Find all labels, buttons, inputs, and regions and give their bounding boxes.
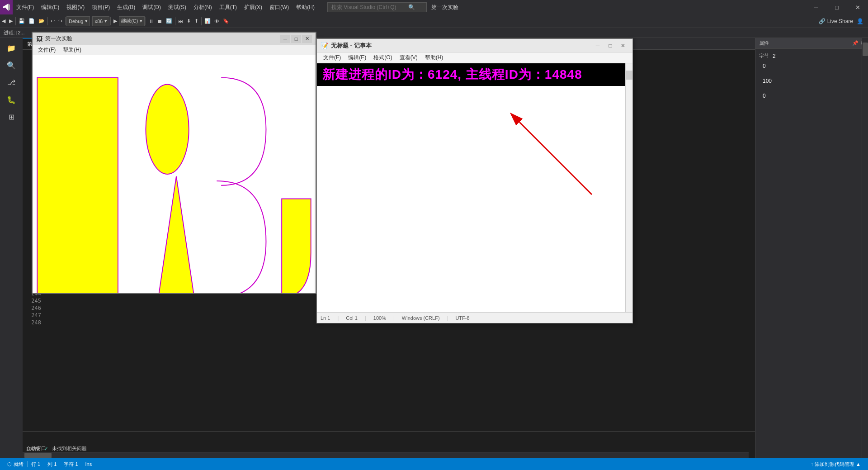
notepad-scrollbar-v[interactable]: [625, 63, 632, 312]
drawing-canvas: [33, 55, 316, 293]
stop-button[interactable]: ⏹: [156, 14, 164, 28]
status-mode[interactable]: Ins: [82, 458, 96, 470]
menu-debug[interactable]: 调试(D): [139, 0, 165, 14]
status-col-text: 列 1: [47, 461, 57, 468]
notepad-menu-help[interactable]: 帮助(H): [422, 53, 446, 62]
bookmark-button[interactable]: 🔖: [221, 14, 231, 28]
drawing-titlebar: 🖼 第一次实验 ─ □ ✕: [33, 33, 316, 45]
autowindow-label: 自动窗口: [26, 445, 46, 452]
menu-help[interactable]: 帮助(H): [292, 0, 318, 14]
notepad-maximize-button[interactable]: □: [604, 41, 616, 51]
status-add-source[interactable]: ↑ 添加到源代码管理 ▲: [807, 461, 865, 468]
sidebar: 📁 🔍 ⎇ 🐛 ⊞: [0, 38, 23, 458]
status-ready-text: 就绪: [14, 461, 24, 468]
stepin-button[interactable]: ⬇: [185, 14, 193, 28]
menu-build[interactable]: 生成(B): [113, 0, 139, 14]
right-panel-val3: 0: [763, 93, 766, 99]
stepout-button[interactable]: ⬆: [193, 14, 200, 28]
notepad-minimize-button[interactable]: ─: [592, 41, 604, 51]
shape-rect-left: [37, 78, 118, 293]
sidebar-search-icon[interactable]: 🔍: [2, 57, 20, 73]
shape-triangle: [158, 176, 194, 293]
drawing-window-title: 第一次实验: [45, 35, 280, 43]
play-button[interactable]: ▶: [112, 14, 119, 28]
redo-button[interactable]: ↪: [57, 14, 64, 28]
menu-extend[interactable]: 扩展(X): [241, 0, 266, 14]
save-button[interactable]: 💾: [17, 14, 27, 28]
menu-test[interactable]: 测试(S): [165, 0, 190, 14]
notepad-status-line-ending: Windows (CRLF): [402, 315, 440, 321]
status-right-area: ↑ 添加到源代码管理 ▲: [807, 461, 865, 468]
sidebar-extensions-icon[interactable]: ⊞: [2, 109, 20, 125]
search-input[interactable]: [331, 4, 408, 10]
platform-dropdown[interactable]: x86 ▾: [92, 16, 109, 26]
progress-text: 进程: [2...: [4, 29, 24, 36]
notepad-menu-edit[interactable]: 编辑(E): [345, 53, 369, 62]
notepad-status-sep2: |: [365, 315, 366, 321]
menu-tools[interactable]: 工具(T): [216, 0, 241, 14]
sidebar-explorer-icon[interactable]: 📁: [2, 40, 20, 56]
toolbar-sep-1: [15, 17, 16, 25]
drawing-window: 🖼 第一次实验 ─ □ ✕ 文件(F) 帮助(H): [32, 32, 316, 294]
open-button[interactable]: 📂: [37, 14, 47, 28]
pause-button[interactable]: ⏸: [147, 14, 156, 28]
drawing-minimize-button[interactable]: ─: [280, 35, 290, 43]
status-char[interactable]: 字符 1: [60, 458, 81, 470]
drawing-maximize-button[interactable]: □: [291, 35, 301, 43]
menu-file[interactable]: 文件(F): [13, 0, 38, 14]
back-button[interactable]: ◀: [0, 14, 7, 28]
drawing-close-button[interactable]: ✕: [302, 35, 312, 43]
config-label: Debug: [69, 19, 83, 24]
notepad-menu-view[interactable]: 查看(V): [397, 53, 420, 62]
maximize-button[interactable]: □: [826, 0, 847, 14]
menu-project[interactable]: 项目(P): [88, 0, 113, 14]
drawing-menu-help[interactable]: 帮助(H): [61, 45, 83, 55]
restart-button[interactable]: 🔄: [164, 14, 174, 28]
config-dropdown[interactable]: Debug ▾: [66, 16, 90, 26]
right-panel-header: 属性 📌 ✕: [755, 38, 868, 49]
notepad-menu-bar: 文件(F) 编辑(E) 格式(O) 查看(V) 帮助(H): [317, 52, 632, 63]
menu-analyze[interactable]: 分析(N): [190, 0, 216, 14]
line-num-245: 245: [23, 298, 45, 305]
live-share-area[interactable]: 🔗 Live Share 👤: [814, 18, 868, 24]
right-panel-pin-icon[interactable]: 📌: [852, 40, 859, 46]
sidebar-debug-icon[interactable]: 🐛: [2, 91, 20, 108]
minimize-button[interactable]: ─: [806, 0, 826, 14]
status-ln[interactable]: 行 1: [28, 458, 44, 470]
toolbar-sep-5: [110, 17, 111, 25]
menu-window[interactable]: 窗口(W): [266, 0, 292, 14]
notepad-content[interactable]: 新建进程的ID为：6124, 主线程ID为：14848: [317, 63, 632, 312]
error-message: 未找到相关问题: [52, 445, 87, 452]
status-ready[interactable]: ⬡ 就绪: [4, 458, 27, 470]
toolbar-sep-7: [175, 17, 175, 25]
drawing-menu-file[interactable]: 文件(F): [36, 45, 57, 55]
undo-button[interactable]: ↩: [49, 14, 57, 28]
vs-toolbar: ◀ ▶ 💾 📄 📂 ↩ ↪ Debug ▾ x86 ▾ ▶ 继续(C) ▾ ⏸ …: [0, 14, 868, 28]
sidebar-git-icon[interactable]: ⎇: [2, 74, 20, 90]
drawing-svg: [33, 55, 316, 293]
forward-button[interactable]: ▶: [7, 14, 14, 28]
continue-dropdown[interactable]: 继续(C) ▾: [119, 16, 145, 26]
right-panel-val2: 100: [763, 78, 772, 84]
status-col[interactable]: 列 1: [44, 458, 60, 470]
notepad-menu-format[interactable]: 格式(O): [371, 53, 395, 62]
vs-logo: [0, 0, 13, 14]
toolbar-sep-6: [146, 17, 146, 25]
stepover-button[interactable]: ⏭: [176, 14, 185, 28]
status-ready-icon: ⬡: [7, 461, 12, 467]
notepad-titlebar: 📝 无标题 - 记事本 ─ □ ✕: [317, 39, 632, 52]
notepad-text-content: 新建进程的ID为：6124, 主线程ID为：14848: [317, 63, 632, 86]
notepad-menu-file[interactable]: 文件(F): [321, 53, 344, 62]
search-bar[interactable]: 🔍: [327, 2, 427, 12]
notepad-close-button[interactable]: ✕: [617, 41, 629, 51]
close-button[interactable]: ✕: [847, 0, 868, 14]
menu-edit[interactable]: 编辑(E): [38, 0, 63, 14]
live-share-label: 🔗 Live Share: [819, 18, 853, 24]
diagnostic-button[interactable]: 📊: [203, 14, 212, 28]
notepad-status-col: Col 1: [346, 315, 358, 321]
watch-button[interactable]: 👁: [212, 14, 221, 28]
status-mode-text: Ins: [85, 461, 92, 467]
menu-view[interactable]: 视图(V): [63, 0, 88, 14]
new-button[interactable]: 📄: [27, 14, 37, 28]
line-num-248: 248: [23, 319, 45, 327]
